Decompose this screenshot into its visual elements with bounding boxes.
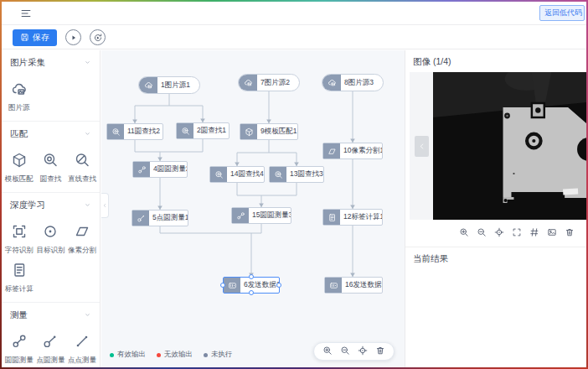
flow-node-4[interactable]: 4圆圆测量2 [132,161,188,178]
sidebar-item-label: 模板匹配 [5,174,34,184]
node-connect-handle[interactable] [220,283,225,288]
flow-node-10[interactable]: 10像素分割1 [322,143,383,159]
image-viewport[interactable] [433,72,586,220]
measure-pc-icon [42,333,59,353]
cloud-image-icon [322,75,341,91]
flow-node-1[interactable]: 1图片源1 [138,76,200,94]
image-locate-button[interactable] [494,226,504,241]
label-calc-icon [11,262,28,282]
window-border-top [0,0,588,2]
image-fullscreen-button[interactable] [512,226,522,241]
canvas-locate-button[interactable] [358,344,368,359]
run-once-button[interactable] [65,29,81,45]
legend-item: 未执行 [204,350,233,360]
flow-node-13[interactable]: 13圆查找3 [269,166,324,183]
sidebar-section-header[interactable]: 匹配 [2,122,100,143]
canvas-trash-button[interactable] [375,344,385,359]
node-connect-handle[interactable] [249,290,254,295]
sidebar-item-label: 目标识别 [36,246,64,256]
sidebar-item[interactable]: 目标识别 [35,217,67,256]
chevron-down-icon [84,129,91,139]
flow-node-5[interactable]: 5点圆测量1 [132,210,188,226]
legend-label: 未执行 [211,350,233,360]
image-trash-button[interactable] [565,226,575,241]
sidebar-item-label: 像素分割 [68,246,96,256]
image-panel-title: 图像 (1/4) [405,50,586,72]
chevron-left-icon [101,202,108,209]
node-label: 7图片源2 [257,75,299,91]
image-zoom-in-button[interactable] [459,226,469,241]
save-icon [20,33,29,42]
measure-cc-icon [232,208,249,223]
sidebar-item[interactable]: 直线查找 [66,146,98,184]
sidebar-item-label: 直线查找 [68,174,96,184]
canvas-zoom-in-button[interactable] [322,344,333,359]
node-label: 14圆查找4 [227,167,264,182]
circle-find-icon [177,123,193,138]
node-label: 10像素分割1 [340,143,382,159]
node-label: 12标签计算1 [340,210,382,225]
sidebar-collapse-handle[interactable] [101,193,109,218]
canvas-zoom-out-button[interactable] [340,344,350,359]
flow-node-14[interactable]: 14圆查找4 [209,166,265,183]
image-grid-button[interactable] [529,226,539,241]
sidebar-item[interactable]: 模板匹配 [3,146,35,184]
prev-image-button[interactable] [415,136,429,157]
flow-node-16[interactable]: 16发送数据2 [324,277,383,294]
ocr-icon [11,223,28,243]
sidebar-item[interactable]: 像素分割 [66,217,98,256]
run-continuous-button[interactable] [90,29,106,45]
measure-pp-icon [74,333,90,353]
save-button[interactable]: 保存 [13,29,57,46]
send-data-icon [224,278,240,293]
menu-icon[interactable] [20,8,32,19]
app-window: 返回低代码 保存 图片采集图片源匹配模板匹配圆查找直线查找深度学习字符识别目标识… [0,0,588,369]
sidebar-item[interactable]: 圆查找 [35,146,67,184]
play-loop-icon [93,33,103,43]
circle-find-icon [270,167,286,182]
flow-node-2[interactable]: 2圆查找1 [176,122,230,139]
result-panel-title: 当前结果 [405,247,586,269]
flow-node-9[interactable]: 9模板匹配1 [240,123,298,140]
sidebar-item-label: 点点测量 [68,356,96,366]
legend-label: 有效输出 [117,350,146,360]
sidebar-item[interactable]: 圆圆测量 [3,327,35,366]
segment-icon [74,223,90,243]
flow-canvas[interactable]: 1图片源17图片源28图片源311圆查找22圆查找19模板匹配110像素分割14… [101,50,405,367]
sidebar-section-title: 图片采集 [10,57,45,69]
sidebar-section-header[interactable]: 深度学习 [2,193,100,215]
flow-node-8[interactable]: 8图片源3 [322,74,384,91]
node-connect-handle[interactable] [276,283,281,288]
sidebar-item[interactable]: 标签计算 [3,256,35,294]
image-zoom-out-button[interactable] [477,226,487,241]
send-data-icon [325,278,342,293]
sidebar-item-label: 字符识别 [5,246,34,256]
measure-cc-icon [11,333,28,353]
sidebar-item[interactable]: 图片源 [3,75,35,113]
node-label: 13圆查找3 [286,167,323,182]
flow-node-11[interactable]: 11圆查找2 [106,123,163,140]
legend-dot [204,353,208,357]
sidebar-section-header[interactable]: 图片采集 [2,50,100,72]
sidebar-section-header[interactable]: 测量 [2,303,100,325]
image-fit-button[interactable] [547,226,557,241]
image-toolbar [405,220,586,246]
sidebar-item-label: 圆圆测量 [5,356,34,366]
save-button-label: 保存 [33,32,49,44]
flow-node-12[interactable]: 12标签计算1 [322,209,383,226]
flow-node-15[interactable]: 15圆圆测量3 [231,207,291,224]
play-icon [69,33,79,43]
sidebar-item[interactable]: 点点测量 [66,327,98,366]
line-find-icon [74,152,90,172]
chevron-down-icon [84,310,91,320]
legend-dot [157,353,161,357]
node-label: 11圆查找2 [124,124,162,139]
back-to-lowcode-button[interactable]: 返回低代码 [539,5,585,21]
flow-node-7[interactable]: 7图片源2 [238,74,300,91]
node-connect-handle[interactable] [249,274,254,279]
sidebar: 图片采集图片源匹配模板匹配圆查找直线查找深度学习字符识别目标识别像素分割标签计算… [2,50,101,367]
node-label: 16发送数据2 [342,278,382,293]
sidebar-item[interactable]: 点圆测量 [35,327,67,366]
flow-node-6[interactable]: 6发送数据1 [223,277,280,294]
sidebar-item[interactable]: 字符识别 [3,217,35,256]
